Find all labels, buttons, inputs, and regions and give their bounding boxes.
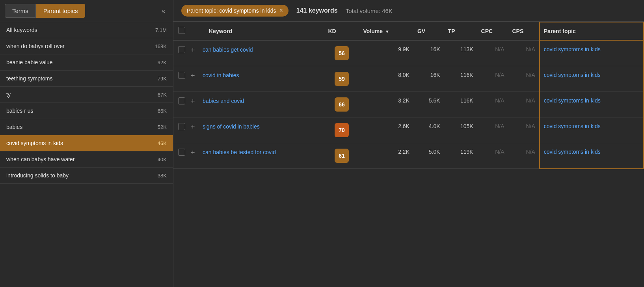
row-add-cell: +	[189, 117, 199, 143]
select-all-header[interactable]	[173, 22, 189, 40]
row-keyword: signs of covid in babies	[199, 117, 324, 143]
kd-badge: 66	[335, 97, 349, 112]
sidebar-item-label: when do babys roll over	[6, 43, 65, 49]
row-checkbox-cell	[173, 117, 189, 143]
keyword-link[interactable]: babies and covid	[203, 98, 244, 104]
col-volume-header[interactable]: Volume ▼	[359, 22, 413, 40]
keyword-link[interactable]: can babies get covid	[203, 47, 253, 53]
sidebar-item-label: babies r us	[6, 108, 33, 114]
row-tp: 119K	[444, 143, 477, 169]
add-keyword-icon[interactable]: +	[191, 46, 195, 54]
keyword-link[interactable]: signs of covid in babies	[203, 123, 260, 130]
row-gv: 16K	[413, 40, 444, 66]
row-checkbox[interactable]	[178, 72, 185, 79]
row-keyword: can babies be tested for covid	[199, 143, 324, 169]
filter-tag-text: Parent topic: covid symptoms in kids	[187, 7, 276, 14]
row-tp: 116K	[444, 92, 477, 117]
sidebar-item-count: 79K	[158, 76, 167, 82]
sidebar-item-count: 92K	[158, 60, 167, 65]
row-parent-topic[interactable]: covid symptoms in kids	[540, 117, 644, 143]
add-keyword-icon[interactable]: +	[191, 123, 195, 131]
kd-badge: 56	[335, 46, 349, 60]
sidebar-item-label: beanie babie value	[6, 59, 53, 65]
keyword-link[interactable]: covid in babies	[203, 72, 239, 78]
tab-terms[interactable]: Terms	[5, 4, 36, 18]
table-row: + covid in babies 59 8.0K 16K 116K N/A N…	[173, 66, 644, 92]
table-header: Keyword KD Volume ▼ GV TP CPC CPS Parent…	[173, 22, 644, 40]
keyword-link[interactable]: can babies be tested for covid	[203, 149, 276, 155]
kd-badge: 61	[335, 149, 349, 163]
table-row: + can babies get covid 56 9.9K 16K 113K …	[173, 40, 644, 66]
row-gv: 5.0K	[413, 143, 444, 169]
sidebar-item-label: babies	[6, 124, 22, 130]
sidebar-item-6[interactable]: babies 52K	[0, 119, 173, 135]
row-add-cell: +	[189, 143, 199, 169]
row-checkbox[interactable]	[178, 46, 185, 53]
sidebar-list: All keywords 7.1M when do babys roll ove…	[0, 22, 173, 287]
sidebar-item-count: 52K	[158, 124, 167, 130]
row-add-cell: +	[189, 92, 199, 117]
table-row: + can babies be tested for covid 61 2.2K…	[173, 143, 644, 169]
collapse-button[interactable]: «	[158, 6, 168, 16]
sidebar-item-4[interactable]: ty 67K	[0, 87, 173, 103]
row-parent-topic[interactable]: covid symptoms in kids	[540, 40, 644, 66]
row-cps: N/A	[508, 40, 539, 66]
table-body: + can babies get covid 56 9.9K 16K 113K …	[173, 40, 644, 169]
sidebar-item-3[interactable]: teething symptoms 79K	[0, 71, 173, 87]
row-volume: 8.0K	[359, 66, 413, 92]
row-parent-topic[interactable]: covid symptoms in kids	[540, 66, 644, 92]
row-cps: N/A	[508, 92, 539, 117]
row-gv: 16K	[413, 66, 444, 92]
table-row: + signs of covid in babies 70 2.6K 4.0K …	[173, 117, 644, 143]
row-kd: 66	[324, 92, 359, 117]
row-tp: 105K	[444, 117, 477, 143]
tab-parent-topics[interactable]: Parent topics	[36, 4, 86, 18]
row-parent-topic[interactable]: covid symptoms in kids	[540, 143, 644, 169]
sidebar-item-2[interactable]: beanie babie value 92K	[0, 54, 173, 71]
row-volume: 2.6K	[359, 117, 413, 143]
row-tp: 116K	[444, 66, 477, 92]
sidebar-item-0[interactable]: All keywords 7.1M	[0, 22, 173, 38]
filter-close-button[interactable]: ×	[279, 7, 283, 14]
sidebar-item-8[interactable]: when can babys have water 40K	[0, 151, 173, 168]
filter-tag[interactable]: Parent topic: covid symptoms in kids ×	[181, 5, 288, 17]
sidebar-item-5[interactable]: babies r us 66K	[0, 103, 173, 119]
row-checkbox-cell	[173, 66, 189, 92]
row-checkbox[interactable]	[178, 123, 185, 130]
volume-sort-icon: ▼	[385, 29, 389, 34]
sidebar-item-count: 38K	[158, 173, 167, 179]
row-add-cell: +	[189, 40, 199, 66]
row-gv: 4.0K	[413, 117, 444, 143]
add-keyword-icon[interactable]: +	[191, 149, 195, 157]
row-parent-topic[interactable]: covid symptoms in kids	[540, 92, 644, 117]
select-all-checkbox[interactable]	[178, 27, 185, 34]
keywords-table: Keyword KD Volume ▼ GV TP CPC CPS Parent…	[173, 22, 644, 169]
sidebar-item-count: 40K	[158, 157, 167, 162]
kd-badge: 59	[335, 72, 349, 86]
row-keyword: babies and covid	[199, 92, 324, 117]
keywords-count: 141 keywords	[296, 7, 338, 14]
row-cpc: N/A	[477, 143, 508, 169]
sidebar-item-count: 46K	[158, 140, 167, 146]
add-keyword-icon[interactable]: +	[191, 72, 195, 80]
col-gv-header: GV	[413, 22, 444, 40]
main-header: Parent topic: covid symptoms in kids × 1…	[173, 0, 644, 22]
row-tp: 113K	[444, 40, 477, 66]
row-volume: 9.9K	[359, 40, 413, 66]
sidebar-item-1[interactable]: when do babys roll over 168K	[0, 38, 173, 54]
row-checkbox[interactable]	[178, 97, 185, 104]
col-tp-header: TP	[444, 22, 477, 40]
row-checkbox[interactable]	[178, 149, 185, 156]
sidebar-item-7[interactable]: covid symptoms in kids 46K	[0, 135, 173, 151]
sidebar-item-label: covid symptoms in kids	[6, 140, 63, 146]
row-kd: 59	[324, 66, 359, 92]
row-cps: N/A	[508, 66, 539, 92]
kd-badge: 70	[335, 123, 349, 137]
sidebar-item-count: 7.1M	[155, 27, 167, 33]
add-keyword-icon[interactable]: +	[191, 97, 195, 105]
col-keyword-header: Keyword	[189, 22, 324, 40]
row-cpc: N/A	[477, 117, 508, 143]
row-kd: 70	[324, 117, 359, 143]
row-cpc: N/A	[477, 66, 508, 92]
sidebar-item-9[interactable]: introducing solids to baby 38K	[0, 168, 173, 184]
